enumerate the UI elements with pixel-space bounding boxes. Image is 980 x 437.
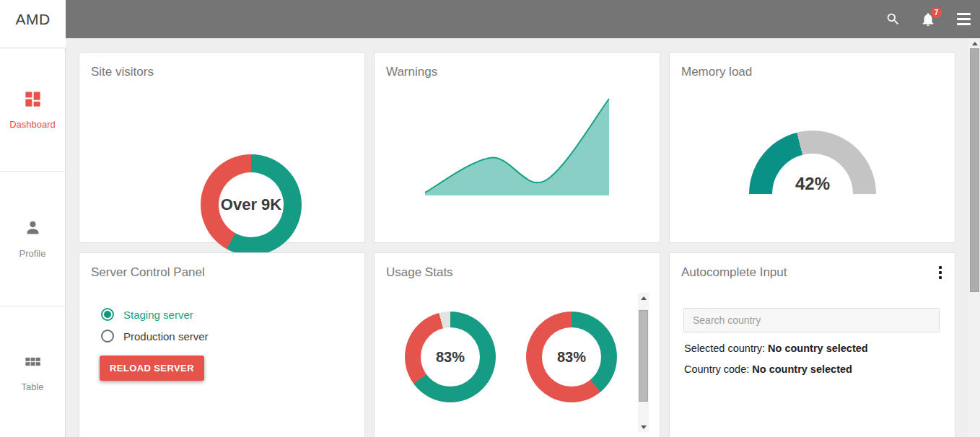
usage-stats-donut-chart-right: 83% [526,312,617,402]
sidebar: Dashboard Profile Table [0,48,66,437]
card-memory-load: Memory load 42% [669,52,955,243]
sidebar-item-label: Dashboard [9,119,56,130]
card-title: Site visitors [91,65,154,79]
radio-staging-server[interactable]: Staging server [101,308,193,321]
scroll-up-arrow-icon[interactable] [638,293,649,303]
sidebar-item-table[interactable]: Table [0,306,65,437]
reload-server-button[interactable]: RELOAD SERVER [100,356,204,381]
notification-count-badge: 7 [931,7,942,18]
card-usage-stats: Usage Stats 83% 83% [374,252,660,437]
warnings-area-chart [423,97,611,198]
card-warnings: Warnings [374,52,660,243]
gauge-value-label: 42% [795,174,830,194]
notifications-bell-icon[interactable]: 7 [920,12,936,27]
sidebar-item-profile[interactable]: Profile [0,171,65,306]
usage-stats-donut-chart-left: 83% [405,312,496,402]
card-title: Usage Stats [386,265,453,280]
search-icon[interactable] [885,12,901,27]
card-site-visitors: Site visitors Over 9K [79,52,365,243]
app-logo: AMD [0,0,66,48]
card-autocomplete-input: Autocomplete Input Selected country: No … [669,252,955,437]
selected-country-value: No country selected [768,343,868,354]
dashboard-app: 7 AMD Dashboard Profile Table [0,0,980,437]
radio-button-icon[interactable] [101,330,114,343]
dashboard-icon [23,89,43,112]
scrollbar-thumb[interactable] [639,310,648,402]
radio-production-server[interactable]: Production server [101,330,209,343]
card-title: Server Control Panel [91,265,205,280]
radio-label: Staging server [123,309,193,321]
selected-country-label: Selected country: [684,343,765,354]
card-title: Memory load [681,65,752,79]
person-icon [23,218,43,241]
radio-button-icon[interactable] [101,308,114,321]
kebab-menu-icon[interactable] [937,265,943,281]
scroll-up-arrow-icon[interactable] [969,38,980,48]
radio-label: Production server [123,330,209,343]
card-title: Warnings [386,65,437,79]
scroll-down-arrow-icon[interactable] [638,422,649,432]
card-title: Autocomplete Input [681,265,787,280]
selected-country-row: Selected country: No country selected [684,343,868,354]
top-bar: 7 [0,0,980,38]
sidebar-item-label: Profile [19,248,46,259]
page-scrollbar[interactable] [969,38,980,437]
app-logo-text: AMD [0,0,66,38]
scrollbar-thumb[interactable] [970,48,979,292]
sidebar-item-label: Table [21,381,43,392]
country-code-row: Country code: No country selected [684,363,852,375]
sidebar-item-dashboard[interactable]: Dashboard [0,48,65,171]
card-server-control-panel: Server Control Panel Staging server Prod… [79,252,365,437]
donut-center-label: 83% [436,349,465,366]
country-code-label: Country code: [684,363,749,375]
memory-load-gauge-chart: 42% [749,131,876,194]
site-visitors-donut-chart: Over 9K [201,154,302,255]
table-grid-icon [23,352,43,374]
donut-center-label: 83% [557,349,586,366]
menu-icon[interactable] [955,12,971,27]
usage-stats-scrollbar[interactable] [638,293,649,432]
search-country-input[interactable] [683,308,940,332]
donut-center-label: Over 9K [221,195,281,214]
country-code-value: No country selected [752,363,852,375]
